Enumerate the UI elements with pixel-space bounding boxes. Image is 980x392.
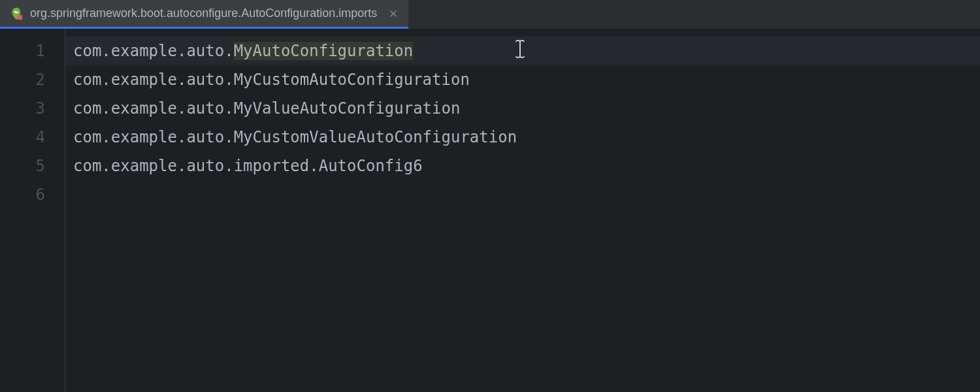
code-line[interactable] xyxy=(73,180,980,209)
code-area[interactable]: com.example.auto.MyAutoConfiguration com… xyxy=(65,29,980,392)
line-number[interactable]: 3 xyxy=(0,94,65,123)
code-text: com.example.auto. xyxy=(73,42,234,60)
code-line[interactable]: com.example.auto.MyValueAutoConfiguratio… xyxy=(73,94,980,123)
code-text: com.example.auto.imported.AutoConfig6 xyxy=(73,157,423,175)
code-text: com.example.auto.MyValueAutoConfiguratio… xyxy=(73,99,460,118)
highlighted-text: MyAutoConfiguration xyxy=(234,42,414,60)
tab-bar: org.springframework.boot.autoconfigure.A… xyxy=(0,0,980,29)
code-text: com.example.auto.MyCustomValueAutoConfig… xyxy=(73,128,517,146)
line-number[interactable]: 1 xyxy=(0,37,65,65)
editor-tab[interactable]: org.springframework.boot.autoconfigure.A… xyxy=(0,0,408,29)
gutter: 1 2 3 4 5 6 xyxy=(0,29,65,392)
code-line[interactable]: com.example.auto.MyCustomAutoConfigurati… xyxy=(73,65,980,94)
svg-rect-0 xyxy=(18,14,22,19)
line-number[interactable]: 5 xyxy=(0,152,65,180)
line-number[interactable]: 2 xyxy=(0,65,65,94)
code-text: com.example.auto.MyCustomAutoConfigurati… xyxy=(73,71,470,89)
editor-area: 1 2 3 4 5 6 com.example.auto.MyAutoConfi… xyxy=(0,29,980,392)
spring-file-icon xyxy=(9,7,24,21)
tab-title: org.springframework.boot.autoconfigure.A… xyxy=(30,7,377,20)
code-line[interactable]: com.example.auto.MyAutoConfiguration xyxy=(65,37,980,65)
line-number[interactable]: 6 xyxy=(0,180,65,209)
line-number[interactable]: 4 xyxy=(0,123,65,152)
close-tab-button[interactable] xyxy=(387,8,399,20)
code-line[interactable]: com.example.auto.imported.AutoConfig6 xyxy=(73,152,980,180)
code-line[interactable]: com.example.auto.MyCustomValueAutoConfig… xyxy=(73,123,980,152)
